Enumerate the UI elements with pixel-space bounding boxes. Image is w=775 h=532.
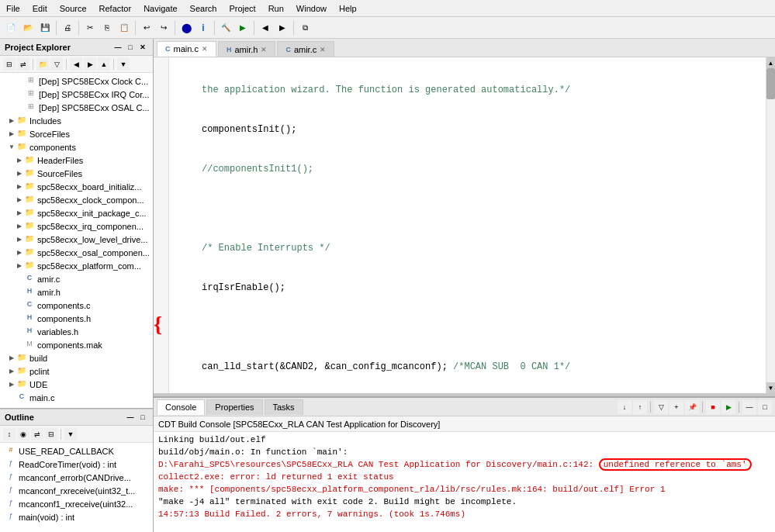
back-button[interactable]: ◀: [258, 20, 273, 36]
save-button[interactable]: 💾: [37, 20, 53, 36]
outline-tree[interactable]: # USE_READ_CALLBACK ƒ ReadCoreTimer(void…: [0, 443, 153, 532]
scroll-thumb[interactable]: [766, 68, 775, 99]
tree-item-components-c[interactable]: C components.c: [0, 299, 153, 312]
outline-minimize-icon[interactable]: —: [125, 412, 136, 423]
outline-item-use-read-callback[interactable]: # USE_READ_CALLBACK: [0, 444, 153, 458]
tab-amir-h[interactable]: H amir.h ✕: [218, 41, 275, 57]
build-button[interactable]: 🔨: [218, 20, 234, 36]
maximize-icon[interactable]: □: [125, 42, 136, 53]
menu-project[interactable]: Project: [226, 3, 258, 14]
editor-area[interactable]: { the application wizard. The function i…: [154, 57, 775, 393]
tree-item-board[interactable]: ▶ 📁 spc58ecxx_board_initializ...: [0, 180, 153, 193]
code-editor[interactable]: the application wizard. The function is …: [169, 57, 766, 393]
forward-nav-button[interactable]: ▶: [84, 58, 96, 71]
tree-item-components-h[interactable]: H components.h: [0, 312, 153, 325]
tree-item-sorcefiles[interactable]: ▶ 📁 SorceFiles: [0, 127, 153, 140]
tab-tasks[interactable]: Tasks: [265, 399, 303, 415]
tree-item-pclint[interactable]: ▶ 📁 pclint: [0, 364, 153, 378]
link-editor-button[interactable]: ⇌: [17, 58, 29, 71]
tab-amir-c-close[interactable]: ✕: [320, 46, 326, 54]
info-button[interactable]: i: [195, 20, 211, 36]
console-scroll-lock-button[interactable]: ↑: [633, 400, 647, 414]
tab-properties[interactable]: Properties: [206, 399, 262, 415]
paste-button[interactable]: 📋: [116, 20, 132, 36]
console-maximize-button[interactable]: □: [758, 400, 772, 414]
minimize-icon[interactable]: —: [112, 42, 123, 53]
scroll-up-button[interactable]: ▲: [766, 57, 775, 68]
forward-button[interactable]: ▶: [275, 20, 290, 36]
explorer-tree[interactable]: ⊞ [Dep] SPC58ECxx Clock C... ⊞ [Dep] SPC…: [0, 73, 153, 408]
tree-item-clock[interactable]: ▶ 📁 spc58ecxx_clock_compon...: [0, 193, 153, 206]
tab-main-c[interactable]: C main.c ✕: [157, 41, 216, 57]
outline-link-button[interactable]: ⇌: [31, 428, 43, 440]
outline-maximize-icon[interactable]: □: [137, 412, 148, 423]
console-run-button[interactable]: ▶: [721, 400, 735, 414]
up-nav-button[interactable]: ▲: [98, 58, 110, 71]
tree-item-osal[interactable]: ▶ 📁 spc58ecxx_osal_componen...: [0, 246, 153, 259]
outline-item-readcoretimer[interactable]: ƒ ReadCoreTimer(void) : int: [0, 458, 153, 471]
console-output[interactable]: Linking build/out.elf build/obj/main.o: …: [154, 432, 775, 532]
toolbar-menu-button[interactable]: ▼: [117, 58, 130, 71]
tree-item-low[interactable]: ▶ 📁 spc58ecxx_low_level_drive...: [0, 233, 153, 246]
tree-item-components-mak[interactable]: M components.mak: [0, 338, 153, 351]
outline-menu-button[interactable]: ▼: [64, 428, 77, 440]
menu-navigate[interactable]: Navigate: [140, 3, 180, 14]
tree-item-components[interactable]: ▼ 📁 components: [0, 140, 153, 154]
tree-item-headerfiles[interactable]: ▶ 📁 HeaderFiles: [0, 154, 153, 167]
tree-item-amir-c[interactable]: C amir.c: [0, 272, 153, 285]
close-icon[interactable]: ✕: [137, 42, 148, 53]
menu-edit[interactable]: Edit: [29, 3, 50, 14]
new-button[interactable]: 📄: [3, 20, 19, 36]
scroll-down-button[interactable]: ▼: [766, 382, 775, 393]
menu-file[interactable]: File: [3, 3, 23, 14]
outline-hide-button[interactable]: ◉: [17, 428, 29, 440]
console-stop-button[interactable]: ■: [706, 400, 720, 414]
tab-amir-h-close[interactable]: ✕: [261, 46, 267, 54]
tree-item-ude[interactable]: ▶ 📁 UDE: [0, 378, 153, 391]
tree-item-amir-h[interactable]: H amir.h: [0, 285, 153, 299]
outline-collapse-button[interactable]: ⊟: [45, 428, 57, 440]
tree-item-main-c[interactable]: C main.c: [0, 391, 153, 404]
copy-button[interactable]: ⎘: [99, 20, 115, 36]
collapse-all-button[interactable]: ⊟: [3, 58, 16, 71]
menu-run[interactable]: Run: [265, 3, 287, 14]
undo-button[interactable]: ↩: [139, 20, 154, 36]
outline-item-mcanconf1-rx[interactable]: ƒ mcanconf1_rxreceive(uint32...: [0, 497, 153, 510]
tree-item-init[interactable]: ▶ 📁 spc58ecxx_init_package_c...: [0, 206, 153, 219]
tab-amir-c[interactable]: C amir.c ✕: [277, 41, 334, 57]
tree-item-build[interactable]: ▶ 📁 build: [0, 351, 153, 364]
outline-sort-button[interactable]: ↕: [3, 428, 16, 440]
tree-item-variables-h[interactable]: H variables.h: [0, 325, 153, 338]
print-button[interactable]: 🖨: [60, 20, 75, 36]
tree-item-sourcefiles2[interactable]: ▶ 📁 SourceFiles: [0, 167, 153, 180]
console-filter-button[interactable]: ▽: [654, 400, 668, 414]
redo-button[interactable]: ↪: [156, 20, 171, 36]
tree-item-platform[interactable]: ▶ 📁 spc58ecxx_platform_com...: [0, 259, 153, 272]
cut-button[interactable]: ✂: [82, 20, 98, 36]
run-button[interactable]: ▶: [235, 20, 251, 36]
tree-item-dep2[interactable]: ⊞ [Dep] SPC58ECxx IRQ Cor...: [0, 88, 153, 101]
editor-scrollbar[interactable]: ▲ ▼: [766, 57, 775, 393]
console-minimize-button[interactable]: —: [742, 400, 756, 414]
menu-help[interactable]: Help: [336, 3, 360, 14]
tree-item-includes[interactable]: ▶ 📁 Includes: [0, 114, 153, 127]
tree-item-dep1[interactable]: ⊞ [Dep] SPC58ECxx Clock C...: [0, 74, 153, 88]
outline-item-main[interactable]: ƒ main(void) : int: [0, 510, 153, 523]
menu-window[interactable]: Window: [293, 3, 330, 14]
debug-button[interactable]: ⬤: [178, 20, 194, 36]
open-button[interactable]: 📂: [20, 20, 36, 36]
console-pin-button[interactable]: 📌: [685, 400, 699, 414]
external-button[interactable]: ⧉: [297, 20, 313, 36]
menu-refactor[interactable]: Refactor: [96, 3, 135, 14]
console-new-button[interactable]: +: [669, 400, 683, 414]
filter-button[interactable]: ▽: [50, 58, 63, 71]
menu-source[interactable]: Source: [57, 3, 90, 14]
console-clear-button[interactable]: ↓: [618, 400, 631, 414]
tab-console[interactable]: Console: [157, 399, 205, 415]
tree-item-irq[interactable]: ▶ 📁 spc58ecxx_irq_componen...: [0, 219, 153, 233]
back-nav-button[interactable]: ◀: [70, 58, 82, 71]
menu-search[interactable]: Search: [187, 3, 220, 14]
tab-main-c-close[interactable]: ✕: [202, 45, 208, 53]
tree-item-dep3[interactable]: ⊞ [Dep] SPC58ECxx OSAL C...: [0, 101, 153, 114]
new-folder-button[interactable]: 📁: [36, 58, 49, 71]
